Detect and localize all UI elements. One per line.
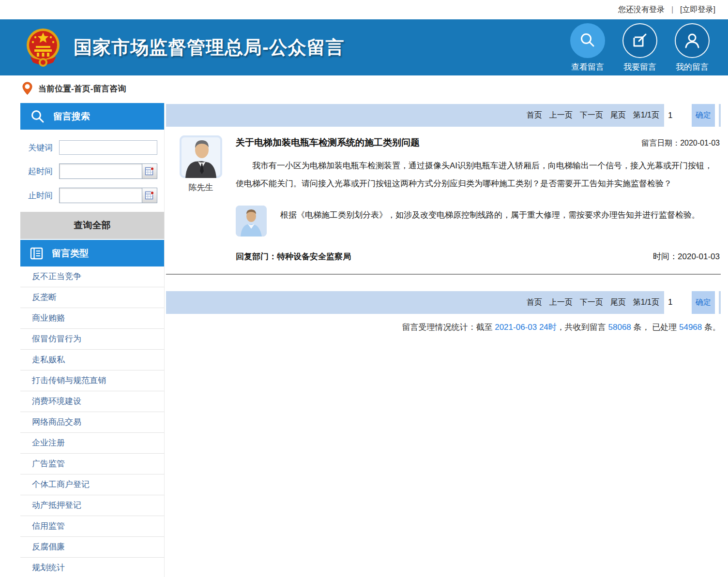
businessman-avatar-icon xyxy=(180,135,222,178)
topbar: 您还没有登录 | [立即登录] xyxy=(0,0,728,19)
reply-department-label: 回复部门： xyxy=(236,252,277,261)
confirm-button[interactable]: 确定 xyxy=(692,104,715,127)
stats-prefix: 留言受理情况统计：截至 xyxy=(402,323,495,332)
reply-time-value: 2020-01-03 xyxy=(678,252,720,261)
start-time-label: 起时间 xyxy=(28,166,59,177)
login-status-text: 您还没有登录 xyxy=(618,5,665,15)
type-item-chattel-mortgage[interactable]: 动产抵押登记 xyxy=(20,495,164,516)
pagination-gap xyxy=(685,104,692,127)
start-time-input[interactable] xyxy=(59,163,142,179)
message-date: 留言日期：2020-01-03 xyxy=(641,138,720,148)
stats-processed-count: 54968 xyxy=(679,323,702,332)
view-messages-circle[interactable] xyxy=(570,23,605,58)
keyword-input[interactable] xyxy=(59,140,157,155)
message-date-label: 留言日期： xyxy=(641,139,680,147)
topbar-divider: | xyxy=(671,5,673,14)
confirm-button[interactable]: 确定 xyxy=(692,291,715,314)
page-number-input[interactable] xyxy=(664,104,685,127)
page: 您还没有登录 | [立即登录] 国家市场监督管理总局-公众留言 xyxy=(0,0,728,577)
message-title-row: 关于电梯加装电瓶车检测系统的施工类别问题 留言日期：2020-01-03 xyxy=(236,136,720,149)
stats-mid: ，共收到留言 xyxy=(557,323,608,332)
type-item-counterfeiting[interactable]: 假冒仿冒行为 xyxy=(20,329,164,350)
type-item-antitrust[interactable]: 反垄断 xyxy=(20,287,164,308)
prev-page-link[interactable]: 上一页 xyxy=(549,297,573,308)
type-item-online-commerce[interactable]: 网络商品交易 xyxy=(20,412,164,433)
start-time-row: 起时间 xyxy=(28,163,157,179)
calendar-icon xyxy=(145,191,154,200)
search-panel-header: 留言搜索 xyxy=(20,103,164,130)
type-item-individual-business[interactable]: 个体工商户登记 xyxy=(20,474,164,495)
breadcrumb: 当前位置-首页-留言咨询 xyxy=(0,75,728,102)
reply-time: 时间：2020-01-03 xyxy=(653,251,720,262)
pagination-gap xyxy=(715,291,719,314)
first-page-link[interactable]: 首页 xyxy=(527,110,542,120)
page-info: 第1/1页 xyxy=(633,297,659,308)
nav-my-messages[interactable]: 我的留言 xyxy=(673,23,712,73)
type-item-smuggling[interactable]: 走私贩私 xyxy=(20,350,164,370)
breadcrumb-text: 当前位置-首页-留言咨询 xyxy=(38,83,126,94)
responder-avatar-icon xyxy=(236,206,267,237)
search-icon xyxy=(30,109,45,124)
reply-department-value: 特种设备安全监察局 xyxy=(277,252,351,261)
type-item-planning-statistics[interactable]: 规划统计 xyxy=(20,558,164,577)
author-name: 陈先生 xyxy=(166,182,236,193)
location-pin-icon xyxy=(22,82,32,95)
search-icon xyxy=(578,31,597,50)
end-time-calendar-button[interactable] xyxy=(142,188,157,203)
pagination-tail xyxy=(719,104,721,127)
type-item-enterprise-registration[interactable]: 企业注册 xyxy=(20,433,164,454)
my-messages-circle[interactable] xyxy=(675,23,710,58)
type-item-consumer-environment[interactable]: 消费环境建设 xyxy=(20,391,164,412)
reply-time-label: 时间： xyxy=(653,252,678,261)
query-all-button[interactable]: 查询全部 xyxy=(20,212,164,239)
pagination-gap xyxy=(715,104,719,127)
site-header: 国家市场监督管理总局-公众留言 查看留言 我要留言 xyxy=(0,19,728,75)
nav-label[interactable]: 查看留言 xyxy=(568,61,607,73)
author-column: 陈先生 xyxy=(166,133,236,262)
national-emblem xyxy=(25,27,61,68)
first-page-link[interactable]: 首页 xyxy=(527,297,542,308)
type-item-advertising[interactable]: 广告监管 xyxy=(20,454,164,474)
nav-label[interactable]: 我的留言 xyxy=(673,61,712,73)
next-page-link[interactable]: 下一页 xyxy=(580,297,603,308)
pagination-strip: 首页 上一页 下一页 尾页 第1/1页 xyxy=(166,104,664,127)
layout: 留言搜索 关键词 起时间 xyxy=(0,102,728,577)
page-info: 第1/1页 xyxy=(633,110,659,120)
reply-row: 根据《电梯施工类别划分表》，如涉及改变电梯原控制线路的，属于重大修理，需按要求办… xyxy=(236,206,720,237)
nav-view-messages[interactable]: 查看留言 xyxy=(568,23,607,73)
keyword-row: 关键词 xyxy=(28,140,157,155)
reply-text: 根据《电梯施工类别划分表》，如涉及改变电梯原控制线路的，属于重大修理，需按要求办… xyxy=(280,206,700,237)
prev-page-link[interactable]: 上一页 xyxy=(549,110,573,120)
header-nav: 查看留言 我要留言 我的留言 xyxy=(568,23,712,73)
type-item-anti-corruption[interactable]: 反腐倡廉 xyxy=(20,537,164,558)
calendar-icon xyxy=(145,166,154,176)
type-item-commercial-bribery[interactable]: 商业贿赂 xyxy=(20,308,164,329)
search-panel-title: 留言搜索 xyxy=(53,110,90,123)
next-page-link[interactable]: 下一页 xyxy=(580,110,603,120)
main-content: 首页 上一页 下一页 尾页 第1/1页 确定 xyxy=(166,103,721,333)
message-item: 陈先生 关于电梯加装电瓶车检测系统的施工类别问题 留言日期：2020-01-03… xyxy=(166,133,721,275)
user-icon xyxy=(683,31,701,50)
login-now-link[interactable]: [立即登录] xyxy=(680,5,715,15)
stats-suffix: 条。 xyxy=(702,323,721,332)
last-page-link[interactable]: 尾页 xyxy=(610,110,626,120)
type-item-pyramid-schemes[interactable]: 打击传销与规范直销 xyxy=(20,370,164,391)
page-number-input[interactable] xyxy=(664,291,685,314)
message-title: 关于电梯加装电瓶车检测系统的施工类别问题 xyxy=(236,136,420,149)
type-item-anti-unfair-competition[interactable]: 反不正当竞争 xyxy=(20,266,164,287)
keyword-label: 关键词 xyxy=(28,142,59,153)
sidebar: 留言搜索 关键词 起时间 xyxy=(20,103,165,577)
post-message-circle[interactable] xyxy=(622,23,657,58)
list-icon xyxy=(30,247,43,260)
end-time-label: 止时间 xyxy=(28,190,59,201)
last-page-link[interactable]: 尾页 xyxy=(610,297,626,308)
search-form: 关键词 起时间 xyxy=(20,130,164,211)
pagination-gap xyxy=(685,291,692,314)
stats-mid2: 条， 已处理 xyxy=(631,323,679,332)
end-time-input[interactable] xyxy=(59,188,142,203)
start-time-calendar-button[interactable] xyxy=(142,163,157,179)
message-content: 我市有一小区为电梯加装电瓶车检测装置，通过摄像头AI识别电瓶车进入轿厢后，向电梯… xyxy=(236,157,720,193)
nav-post-message[interactable]: 我要留言 xyxy=(621,23,659,73)
nav-label[interactable]: 我要留言 xyxy=(621,61,659,73)
type-item-credit-supervision[interactable]: 信用监管 xyxy=(20,516,164,537)
